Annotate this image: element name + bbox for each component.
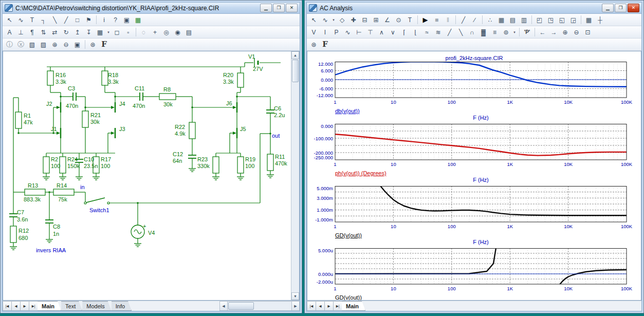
slope-line-icon[interactable]: ∕ (469, 14, 480, 25)
nav-first-button[interactable]: |◀ (307, 301, 316, 311)
line-tool-icon[interactable]: ╱ (61, 14, 71, 25)
minimize-button[interactable]: ▁ (602, 4, 614, 12)
snapshot-icon[interactable]: ▣ (72, 39, 83, 50)
close-button[interactable]: ✕ (628, 4, 639, 12)
select-arrow-icon[interactable]: ↖ (4, 14, 15, 25)
trace-label[interactable]: GD(v(out)) (335, 294, 641, 301)
scroll-right-icon[interactable]: ▶ (291, 301, 300, 311)
zoom-fit-icon[interactable]: ⊡ (582, 27, 593, 38)
select-arrow-icon[interactable]: ↖ (308, 14, 319, 25)
tag-slope-icon[interactable]: ∠ (382, 14, 393, 25)
scroll-up-icon[interactable]: ▲ (291, 51, 299, 59)
cursor-tool-icon[interactable]: ┼ (595, 14, 605, 25)
envelope-icon[interactable]: ∩ (467, 27, 477, 38)
tab-main[interactable]: Main (342, 301, 365, 311)
wire-wave-icon[interactable]: ∿ (15, 14, 26, 25)
panel-b-icon[interactable]: ◳ (545, 14, 556, 25)
plot-ph(v(out)) (Degrees)[interactable]: 0.000-100.000-200.000-250.0001101001K10K… (307, 124, 641, 168)
tag-h-icon[interactable]: ⊢ (354, 27, 364, 38)
ruler-icon[interactable]: ▤ (507, 14, 518, 25)
panel-a-icon[interactable]: ◰ (534, 14, 545, 25)
horizontal-scrollbar[interactable]: ◀▶ (219, 301, 300, 311)
binoculars2-icon[interactable]: ◉ (172, 27, 183, 38)
go-right-icon[interactable]: → (548, 27, 559, 38)
scroll-left-icon[interactable]: ◀ (219, 301, 228, 311)
grid-toggle-icon[interactable]: ▦ (95, 27, 105, 38)
component-pin-icon[interactable]: ⊥ (15, 27, 26, 38)
nav-next-button[interactable]: ▶ (20, 301, 29, 311)
wave-up-icon[interactable]: ≈ (421, 27, 432, 38)
nav-prev-button[interactable]: ◀ (11, 301, 20, 311)
page-layout-icon[interactable]: ▤ (183, 27, 194, 38)
pan-tool-icon[interactable]: ✚ (348, 14, 359, 25)
box-tool-icon[interactable]: ▫ (123, 27, 134, 38)
ac-analysis-titlebar[interactable]: AC Analysis ▁ ❐ ✕ (307, 3, 641, 14)
panel-d-icon[interactable]: ◲ (568, 14, 579, 25)
schematic-canvas-area[interactable]: V127VR163.3kC3470nR183.3kC11470nR830kR20… (3, 51, 300, 301)
font-f-icon[interactable]: F (99, 39, 109, 50)
scroll-thumb[interactable] (228, 302, 254, 310)
tab-info[interactable]: Info (112, 301, 132, 311)
panel-c-icon[interactable]: ◱ (557, 14, 567, 25)
maximize-button[interactable]: ❐ (273, 4, 285, 12)
font-f-icon[interactable]: F (320, 39, 330, 50)
info-mode-icon[interactable]: i (99, 14, 109, 25)
probe-v-icon[interactable]: V (308, 27, 319, 38)
wave-down-icon[interactable]: ≋ (433, 27, 444, 38)
diag-wire-icon[interactable]: ╲ (49, 14, 60, 25)
dropdown-icon[interactable]: ▾ (512, 27, 517, 38)
slope-up-icon[interactable]: ╱ (444, 27, 455, 38)
text-tool-icon[interactable]: T (404, 14, 415, 25)
step-down-icon[interactable]: ↧ (83, 27, 94, 38)
schematic-drawing[interactable]: V127VR163.3kC3470nR183.3kC11470nR830kR20… (3, 51, 293, 301)
spectrum-icon[interactable]: ▓ (478, 27, 489, 38)
stop-icon[interactable]: ■ (431, 14, 442, 25)
data-points-icon[interactable]: ∴ (485, 14, 495, 25)
globe-icon[interactable]: ⊛ (308, 39, 319, 50)
copy-picture-icon[interactable]: ▧ (27, 39, 38, 50)
trace-label[interactable]: ph(v(out)) (Degrees) (335, 170, 641, 177)
go-left-icon[interactable]: ← (537, 27, 548, 38)
schematic-window[interactable]: C:\MC9\DATA\Petrov\switching distortion\… (0, 0, 302, 313)
p-label-icon[interactable]: 'P' (522, 27, 532, 38)
dropdown-icon[interactable]: ▾ (331, 14, 336, 25)
plots-container[interactable]: profi_2kHz-square.CIR12.0006.0000.000-6.… (307, 51, 641, 301)
globe-icon[interactable]: ⊛ (87, 39, 98, 50)
low-tool-icon[interactable]: ⌊ (410, 27, 421, 38)
text-insert-icon[interactable]: A (4, 27, 15, 38)
gear-menu-icon[interactable]: ⊚ (501, 27, 511, 38)
axis-h-icon[interactable]: ⊟ (359, 14, 370, 25)
run-icon[interactable]: ▶ (420, 14, 431, 25)
flag-tool-icon[interactable]: ⚑ (83, 14, 94, 25)
help-mode-icon[interactable]: ? (110, 14, 121, 25)
axis-v-icon[interactable]: ⊞ (371, 14, 381, 25)
zoom-out-icon[interactable]: ⊖ (571, 27, 582, 38)
graph-pick-icon[interactable]: ∿ (320, 14, 330, 25)
scale-mode-icon[interactable]: ◇ (337, 14, 347, 25)
slope-down-icon[interactable]: ╲ (455, 27, 466, 38)
zoom-out-icon[interactable]: ⊖ (61, 39, 71, 50)
binoculars-icon[interactable]: ◎ (161, 27, 172, 38)
pause-icon[interactable]: ‖ (443, 14, 453, 25)
maximize-button[interactable]: ❐ (615, 4, 627, 12)
nav-first-button[interactable]: |◀ (3, 301, 11, 311)
dropdown-icon[interactable]: ▾ (106, 27, 111, 38)
grid-toggle-icon[interactable]: ▦ (496, 14, 507, 25)
high-tool-icon[interactable]: ⌈ (399, 27, 410, 38)
nav-prev-button[interactable]: ◀ (316, 301, 324, 311)
probe-i-icon[interactable]: I (320, 27, 330, 38)
plot-GD(v(out))[interactable]: 5.000u0.000u-2.000u1101001K10K100K (307, 248, 641, 292)
nav-last-button[interactable]: ▶| (29, 301, 38, 311)
page-border-icon[interactable]: ◻ (112, 27, 122, 38)
zoom-in-icon[interactable]: ⊕ (49, 39, 60, 50)
scroll-thumb[interactable] (292, 60, 299, 82)
plot-db(v(out))[interactable]: 12.0006.0000.000-6.000-12.0001101001K10K… (307, 62, 641, 106)
line-tool-icon[interactable]: ╱ (458, 14, 469, 25)
text-tool-icon[interactable]: T (27, 14, 38, 25)
valley-tool-icon[interactable]: ∨ (388, 27, 398, 38)
numeric-output-icon[interactable]: ▥ (519, 14, 529, 25)
window-tile-icon[interactable]: ▦ (583, 14, 594, 25)
plot-GD(v(out))[interactable]: 5.000m3.000m1.000m-1.000m1101001K10K100K (307, 186, 641, 230)
minimize-button[interactable]: ▁ (260, 4, 272, 12)
nav-next-button[interactable]: ▶ (324, 301, 333, 311)
